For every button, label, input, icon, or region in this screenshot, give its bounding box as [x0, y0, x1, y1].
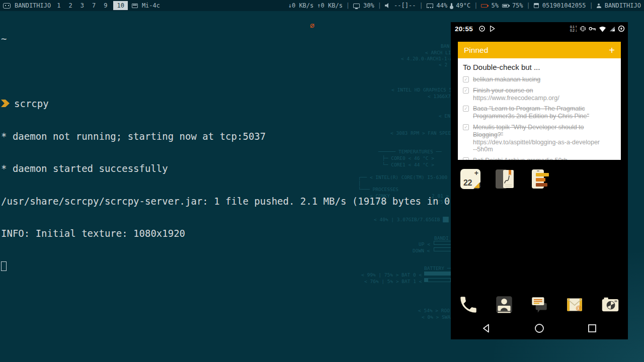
- thermometer-icon: [451, 3, 452, 8]
- separator: |: [527, 2, 530, 9]
- wifi-icon: [599, 26, 606, 32]
- terminal-cursor-line: [1, 261, 461, 272]
- todo-text: belikan makanan kucing: [473, 76, 540, 83]
- vibrate-icon: [580, 25, 586, 32]
- messages-app-icon[interactable]: [529, 294, 550, 315]
- terminal-output-line: /usr/share/scrcpy/scrcpy-server.jar: 1 f…: [1, 196, 461, 207]
- terminal-cwd: ~: [1, 34, 461, 45]
- prompt-arrow-icon: [1, 100, 10, 107]
- battery-low-icon: [481, 4, 488, 8]
- keep-widget-add-button[interactable]: +: [609, 45, 615, 55]
- workspace-2[interactable]: 2: [66, 1, 74, 10]
- journal-app-icon[interactable]: [495, 169, 515, 189]
- keep-widget-header[interactable]: Pinned +: [458, 42, 621, 58]
- todo-text: Beli Daichi Archive gramedia 50rb: [473, 157, 568, 160]
- window-title: Mi-4c: [142, 2, 160, 9]
- launcher-icon[interactable]: [3, 3, 11, 9]
- volume-value: --[]--: [394, 2, 416, 9]
- tasks-app-icon[interactable]: [529, 169, 549, 189]
- status-bar: BANDITHIJO 1 2 3 7 9 10 Mi-4c ↓0 KB/s ↑0…: [0, 0, 644, 11]
- memory-icon: [427, 4, 433, 8]
- checkbox-checked-icon[interactable]: ✓: [463, 157, 469, 160]
- separator: |: [378, 2, 381, 9]
- checkbox-checked-icon[interactable]: ✓: [463, 106, 469, 112]
- battery-main-value: 75%: [512, 2, 523, 9]
- nav-home-button[interactable]: [534, 323, 544, 333]
- terminal-command: scrcpy: [14, 98, 49, 109]
- todo-item[interactable]: ✓ belikan makanan kucing: [463, 76, 616, 83]
- workspace-7[interactable]: 7: [90, 1, 98, 10]
- keep-widget-title: Pinned: [464, 46, 488, 55]
- cpu-temp-value: 49°C: [456, 2, 470, 9]
- tasks-bar: [536, 183, 547, 187]
- calendar-day-number: 22: [463, 178, 472, 188]
- workspace-3[interactable]: 3: [78, 1, 86, 10]
- conky-text: < 0% > SWA: [422, 314, 450, 320]
- todo-item[interactable]: ✓ Baca "Learn to Program -The Pragmatic …: [463, 105, 616, 120]
- camera-app-icon[interactable]: [600, 294, 621, 315]
- tasks-bar: [536, 178, 545, 182]
- android-clock: 20:55: [455, 25, 473, 33]
- tasks-bar: [536, 173, 549, 176]
- user-icon: [597, 6, 601, 8]
- nav-back-button[interactable]: [481, 323, 492, 333]
- brightness-icon: [353, 4, 360, 8]
- battery-low-value: 5%: [491, 2, 498, 9]
- terminal-output-line: * daemon not running; starting now at tc…: [1, 131, 461, 142]
- calendar-plus-badge: +: [474, 169, 478, 177]
- terminal[interactable]: ~ scrcpy * daemon not running; starting …: [1, 12, 461, 283]
- journal-page-line: [505, 186, 512, 187]
- battery-icon: [502, 4, 509, 8]
- calendar-icon-body: + 22: [460, 169, 480, 189]
- vpn-key-icon: [589, 26, 596, 32]
- volume-icon: [385, 3, 390, 8]
- workspace-1[interactable]: 1: [55, 1, 62, 10]
- todo-text: --5h0m: [473, 146, 616, 153]
- terminal-output-line: * daemon started successfully: [1, 163, 461, 174]
- todo-item[interactable]: ✓ Menulis topik "Why Developer should to…: [463, 124, 616, 153]
- todo-item[interactable]: ✓ Beli Daichi Archive gramedia 50rb: [463, 157, 616, 160]
- window-icon: [132, 4, 138, 8]
- calendar-app-icon[interactable]: + 22: [460, 169, 480, 189]
- conky-text: < 54% > ROO: [418, 308, 450, 313]
- memory-value: 44%: [437, 2, 448, 9]
- todo-text: Finish your course on: [473, 87, 559, 95]
- calendar-icon: [534, 3, 539, 8]
- workspace-9[interactable]: 9: [102, 1, 109, 10]
- net-upload: ↑0 KB/s: [317, 2, 343, 9]
- bar-hostname: BANDITHIJO: [15, 2, 51, 9]
- battery-charging-icon: [618, 25, 625, 32]
- terminal-cursor: [1, 261, 7, 271]
- pinned-note-card[interactable]: To Double-check but ... ✓ belikan makana…: [458, 58, 621, 160]
- terminal-output-line: INFO: Initial texture: 1080x1920: [1, 228, 461, 239]
- brightness-value: 30%: [363, 2, 374, 9]
- terminal-prompt-line: scrcpy: [1, 99, 461, 110]
- scrcpy-phone-window[interactable]: 20:55 0.10.2 ↑↓ Pinned + To Double-check…: [451, 22, 628, 339]
- home-app-row: + 22: [460, 169, 549, 189]
- todo-item[interactable]: ✓ Finish your course on https://www.free…: [463, 87, 616, 102]
- contacts-app-icon[interactable]: [494, 294, 515, 315]
- cell-signal-icon: [609, 26, 615, 32]
- journal-signature: [503, 173, 513, 185]
- checkbox-checked-icon[interactable]: ✓: [463, 87, 469, 94]
- separator: |: [590, 2, 593, 9]
- play-store-icon: [489, 25, 496, 32]
- todo-text-url: https://dev.to/aspittel/blogging-as-a-de…: [473, 139, 616, 146]
- checkbox-checked-icon[interactable]: ✓: [463, 124, 469, 130]
- separator: |: [419, 2, 423, 9]
- nav-recents-button[interactable]: [587, 323, 597, 333]
- bar-username: BANDITHIJO: [605, 2, 641, 9]
- separator: |: [346, 2, 350, 9]
- checkbox-checked-icon[interactable]: ✓: [463, 76, 469, 82]
- mouse-pointer-icon: ∅: [310, 21, 314, 30]
- phone-app-icon[interactable]: [458, 294, 479, 315]
- workspace-10-active[interactable]: 10: [113, 1, 127, 10]
- note-title: To Double-check but ...: [463, 63, 616, 71]
- email-app-icon[interactable]: @: [564, 294, 585, 315]
- svg-text:@: @: [576, 305, 582, 311]
- todo-text-url: https://www.freecodecamp.org/: [473, 95, 559, 102]
- terminal-blank-line: [1, 66, 461, 77]
- android-status-bar: 20:55 0.10.2 ↑↓: [451, 22, 628, 35]
- todo-text: Programmer3s 2nd Edition by Chris Pine": [473, 113, 589, 120]
- net-download: ↓0 KB/s: [288, 2, 314, 9]
